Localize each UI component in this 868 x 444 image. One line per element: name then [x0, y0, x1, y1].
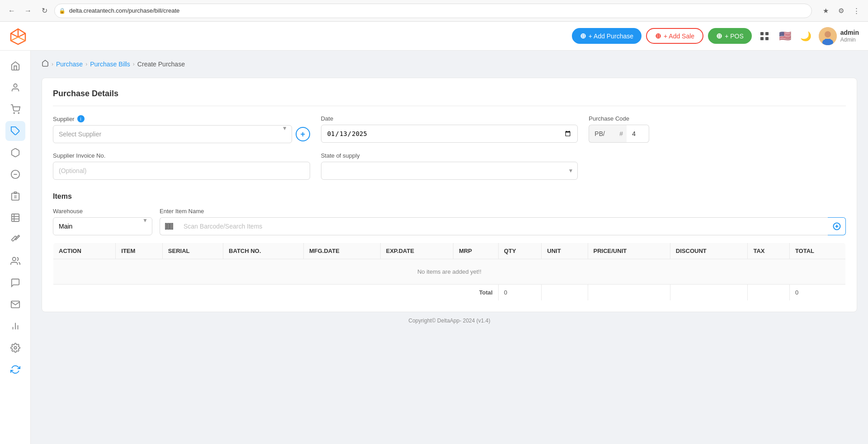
page-footer: Copyright© DeltaApp- 2024 (v1.4)	[42, 312, 857, 329]
sidebar-item-chat[interactable]	[5, 273, 25, 293]
pos-button[interactable]: ⊕ + POS	[708, 28, 752, 44]
browser-bookmark-button[interactable]: ★	[819, 5, 832, 17]
total-price-empty	[588, 285, 670, 301]
total-qty: 0	[498, 285, 542, 301]
col-unit: UNIT	[542, 243, 588, 259]
svg-point-23	[12, 257, 15, 261]
total-amount: 0	[789, 285, 845, 301]
add-purchase-label: + Add Purchase	[589, 33, 633, 40]
sidebar-item-settings[interactable]	[5, 338, 25, 358]
browser-more-button[interactable]: ⋮	[850, 5, 863, 17]
col-mfg-date: MFG.DATE	[303, 243, 380, 259]
purchase-code-group: Purchase Code PB/ # 4	[589, 115, 846, 143]
sidebar-item-box[interactable]	[5, 143, 25, 163]
add-purchase-button[interactable]: ⊕ + Add Purchase	[572, 28, 642, 44]
svg-rect-4	[765, 37, 769, 40]
breadcrumb-sep-2: ›	[85, 61, 87, 67]
svg-rect-29	[167, 223, 167, 229]
supplier-select[interactable]: Select Supplier	[53, 125, 292, 143]
sidebar	[0, 51, 31, 444]
svg-point-9	[14, 84, 17, 87]
svg-rect-8	[825, 39, 830, 42]
content-area: › Purchase › Purchase Bills › Create Pur…	[31, 51, 868, 444]
main-layout: › Purchase › Purchase Bills › Create Pur…	[0, 51, 868, 444]
col-item: ITEM	[116, 243, 163, 259]
supplier-invoice-input[interactable]	[53, 162, 310, 180]
breadcrumb-purchase-bills[interactable]: Purchase Bills	[90, 61, 130, 68]
sidebar-item-contacts[interactable]	[5, 251, 25, 271]
purchase-code-hash: #	[616, 125, 627, 143]
sidebar-item-home[interactable]	[5, 56, 25, 76]
app-container: ⊕ + Add Purchase ⊕ + Add Sale ⊕ + POS 🇺🇸…	[0, 22, 868, 444]
purchase-details-title: Purchase Details	[53, 89, 846, 106]
items-section: Items Warehouse Main ▼	[53, 189, 846, 301]
supplier-row: Select Supplier ▼ +	[53, 125, 310, 143]
browser-back-button[interactable]: ←	[5, 5, 18, 17]
moon-icon: 🌙	[800, 31, 811, 42]
browser-forward-button[interactable]: →	[22, 5, 34, 17]
col-total: TOTAL	[789, 243, 845, 259]
sidebar-item-users[interactable]	[5, 78, 25, 98]
breadcrumb-sep-1: ›	[52, 61, 53, 67]
address-secure-icon: 🔒	[59, 8, 66, 14]
warehouse-select[interactable]: Main	[53, 217, 152, 235]
add-sale-button[interactable]: ⊕ + Add Sale	[646, 28, 703, 44]
items-section-title: Items	[53, 189, 846, 201]
col-action: ACTION	[53, 243, 116, 259]
col-discount: DISCOUNT	[670, 243, 748, 259]
address-bar-input[interactable]	[54, 4, 812, 18]
col-exp-date: EXP.DATE	[380, 243, 453, 259]
svg-point-6	[825, 31, 831, 37]
state-of-supply-group: State of supply ▼	[321, 152, 578, 180]
svg-point-27	[14, 346, 17, 349]
sidebar-item-email[interactable]	[5, 294, 25, 314]
sidebar-item-clipboard[interactable]	[5, 186, 25, 206]
app-logo	[9, 27, 27, 45]
warehouse-label: Warehouse	[53, 208, 152, 215]
address-bar-wrap: 🔒	[54, 4, 812, 18]
supplier-info-icon[interactable]: i	[77, 115, 85, 122]
sidebar-item-tag[interactable]	[5, 121, 25, 141]
supplier-label: Supplier i	[53, 115, 310, 122]
item-search-input[interactable]	[178, 217, 828, 235]
barcode-button[interactable]	[160, 217, 178, 235]
sidebar-item-reports[interactable]	[5, 316, 25, 336]
user-role: Admin	[840, 37, 859, 44]
pos-plus-icon: ⊕	[716, 32, 722, 40]
svg-point-10	[14, 112, 14, 113]
date-input[interactable]	[321, 125, 578, 143]
svg-rect-1	[760, 32, 764, 35]
add-purchase-plus-icon: ⊕	[580, 32, 586, 40]
breadcrumb-sep-3: ›	[133, 61, 135, 67]
browser-extension-button[interactable]: ⚙	[835, 5, 847, 17]
breadcrumb-purchase[interactable]: Purchase	[56, 61, 83, 68]
sidebar-item-sync[interactable]	[5, 360, 25, 379]
breadcrumb-home[interactable]	[42, 60, 49, 69]
sidebar-item-minus-circle[interactable]	[5, 164, 25, 184]
add-item-button[interactable]	[828, 217, 846, 235]
breadcrumb: › Purchase › Purchase Bills › Create Pur…	[42, 60, 857, 69]
pos-label: + POS	[725, 33, 744, 40]
state-of-supply-select[interactable]	[321, 162, 578, 180]
table-body: No items are added yet!! Total 0	[53, 259, 846, 301]
supplier-invoice-label: Supplier Invoice No.	[53, 152, 310, 159]
warehouse-select-wrap: Main ▼	[53, 217, 152, 235]
user-profile[interactable]: admin Admin	[819, 27, 859, 45]
browser-chrome: ← → ↻ 🔒 ★ ⚙ ⋮	[0, 0, 868, 22]
svg-rect-33	[172, 223, 173, 229]
user-text: admin Admin	[840, 28, 859, 44]
purchase-code-row: PB/ # 4	[589, 125, 846, 143]
browser-reload-button[interactable]: ↻	[38, 5, 51, 17]
dark-mode-button[interactable]: 🌙	[798, 28, 814, 44]
supplier-invoice-group: Supplier Invoice No.	[53, 152, 310, 180]
svg-rect-31	[170, 223, 170, 229]
form-row-2: Supplier Invoice No. State of supply ▼	[53, 152, 846, 180]
sidebar-item-table[interactable]	[5, 208, 25, 228]
total-row: Total 0 0	[53, 285, 846, 301]
grid-view-button[interactable]	[756, 28, 773, 44]
svg-point-11	[18, 112, 19, 113]
language-flag-button[interactable]: 🇺🇸	[777, 28, 793, 44]
sidebar-item-tools[interactable]	[5, 229, 25, 249]
sidebar-item-cart[interactable]	[5, 99, 25, 119]
add-supplier-button[interactable]: +	[296, 127, 310, 141]
